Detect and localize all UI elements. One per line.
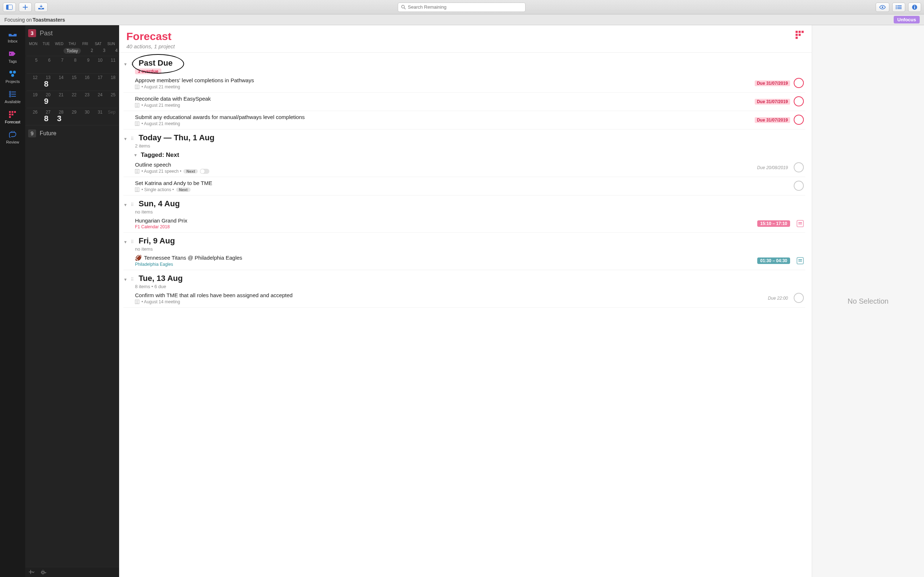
drag-handle-icon: ⠿: [131, 239, 136, 245]
svg-rect-26: [11, 111, 13, 113]
search-field[interactable]: [398, 3, 525, 12]
disclosure-icon: ▼: [123, 137, 128, 141]
calendar-day[interactable]: 5: [27, 56, 40, 73]
section-header[interactable]: ▼⠿Today — Thu, 1 Aug: [123, 131, 805, 143]
calendar-day[interactable]: 10: [92, 56, 105, 73]
calendar-day[interactable]: 17: [92, 73, 105, 90]
status-circle[interactable]: [794, 78, 804, 88]
calendar-day[interactable]: 19: [27, 90, 40, 108]
tag-pill[interactable]: Next: [183, 169, 198, 174]
calendar-day[interactable]: 22: [66, 90, 79, 108]
calendar-day[interactable]: 24: [92, 90, 105, 108]
svg-point-15: [10, 53, 11, 55]
calendar-day[interactable]: 11: [105, 56, 118, 73]
calendar-day[interactable]: 12: [27, 73, 40, 90]
drag-handle-icon: ⠿: [131, 136, 136, 141]
search-input[interactable]: [408, 4, 522, 10]
quick-entry-button[interactable]: [35, 3, 48, 12]
section-header[interactable]: ▼⠿Fri, 9 Aug: [123, 234, 805, 246]
section-header[interactable]: ▼⠿Tue, 13 Aug: [123, 272, 805, 284]
svg-rect-34: [802, 31, 804, 33]
calendar-day[interactable]: 21: [53, 90, 66, 108]
event-row[interactable]: 🏈Tennessee Titans @ Philadelphia EaglesP…: [123, 252, 805, 270]
calendar-day[interactable]: 29: [66, 108, 79, 125]
task-title: Submit any educational awards for manual…: [135, 114, 751, 120]
calendar-day[interactable]: 18: [105, 73, 118, 90]
calendar-day[interactable]: 15: [66, 73, 79, 90]
event-row[interactable]: Hungarian Grand PrixF1 Calendar 201815:1…: [123, 214, 805, 233]
section-meta: no items: [123, 246, 805, 252]
forecast-icon: [8, 110, 17, 118]
unfocus-button[interactable]: Unfocus: [894, 16, 920, 23]
sidebar-item-inbox[interactable]: Inbox: [0, 25, 25, 45]
sidebar-item-available[interactable]: Available: [0, 86, 25, 106]
status-circle[interactable]: [794, 115, 804, 125]
inspector-button[interactable]: [908, 3, 921, 12]
calendar-day[interactable]: 30: [79, 108, 92, 125]
task-row[interactable]: Set Katrina and Andy to be TME • Single …: [123, 177, 805, 195]
calendar-day[interactable]: 209: [40, 90, 53, 108]
flag-toggle[interactable]: [200, 169, 209, 174]
task-row[interactable]: Approve members' level completions in Pa…: [123, 74, 805, 93]
event-title: Hungarian Grand Prix: [135, 218, 754, 224]
calendar-icon: [796, 220, 804, 227]
past-row[interactable]: 3 Past: [25, 25, 119, 41]
status-circle[interactable]: [794, 181, 804, 191]
status-circle[interactable]: [794, 162, 804, 172]
tag-pill[interactable]: Next: [176, 187, 191, 192]
calendar-day[interactable]: 14: [53, 73, 66, 90]
task-row[interactable]: Outline speech • August 21 speech • Next…: [123, 159, 805, 177]
calendar-day[interactable]: 23: [79, 90, 92, 108]
today-pill[interactable]: Today: [63, 48, 81, 54]
settings-button[interactable]: [40, 569, 47, 575]
task-row[interactable]: Confirm with TME that all roles have bee…: [123, 289, 805, 308]
plus-icon: [23, 4, 28, 10]
calendar-day[interactable]: 16: [79, 73, 92, 90]
toggle-sidebar-button[interactable]: [3, 3, 16, 12]
calendar-day[interactable]: 9: [79, 56, 92, 73]
calendar-day[interactable]: 283: [53, 108, 66, 125]
calendar-day[interactable]: 31: [92, 108, 105, 125]
calendar-day[interactable]: 138: [40, 73, 53, 90]
sidebar-item-forecast[interactable]: Forecast: [0, 106, 25, 126]
calendar-day[interactable]: 26: [27, 108, 40, 125]
sidebar-item-label: Available: [5, 100, 21, 104]
search-icon: [401, 5, 406, 10]
list-scroll[interactable]: ▼⠿Past Due3 overdueApprove members' leve…: [119, 53, 812, 577]
section-today: ▼⠿Today — Thu, 1 Aug2 items▼Tagged: Next…: [122, 129, 809, 195]
disclosure-icon: ▼: [123, 203, 128, 207]
svg-rect-30: [9, 116, 11, 118]
calendar-day[interactable]: Sep: [105, 108, 118, 125]
section-header[interactable]: ▼⠿Past Due: [123, 56, 805, 69]
event-title: 🏈Tennessee Titans @ Philadelphia Eagles: [135, 255, 754, 261]
calendar-day[interactable]: 7: [53, 56, 66, 73]
sidebar-item-tags[interactable]: Tags: [0, 45, 25, 66]
sidebar-item-label: Inbox: [8, 39, 18, 43]
content: Forecast 40 actions, 1 project ▼⠿Past Du…: [119, 25, 924, 577]
future-row[interactable]: 9 Future: [25, 125, 119, 141]
calendar-day[interactable]: 278: [40, 108, 53, 125]
add-perspective-button[interactable]: [29, 570, 36, 575]
forecast-header-icon: [795, 30, 804, 40]
available-icon: [8, 90, 17, 98]
section-meta: 2 items: [123, 143, 805, 148]
svg-point-16: [10, 71, 12, 74]
calendar-day[interactable]: 25: [105, 90, 118, 108]
calendar-day[interactable]: 8: [66, 56, 79, 73]
sidebar-item-review[interactable]: Review: [0, 126, 25, 147]
svg-rect-33: [798, 31, 801, 33]
task-row[interactable]: Reconcile data with EasySpeak • August 2…: [123, 93, 805, 111]
sidebar-item-projects[interactable]: Projects: [0, 66, 25, 86]
list-view-button[interactable]: [892, 3, 905, 12]
view-button[interactable]: [876, 3, 889, 12]
task-row[interactable]: Submit any educational awards for manual…: [123, 111, 805, 129]
list-header: Forecast 40 actions, 1 project: [119, 25, 812, 53]
section-title: Today — Thu, 1 Aug: [139, 133, 215, 142]
calendar-day[interactable]: 6: [40, 56, 53, 73]
section-header[interactable]: ▼⠿Sun, 4 Aug: [123, 197, 805, 209]
status-circle[interactable]: [794, 96, 804, 106]
svg-rect-22: [11, 94, 16, 95]
subsection-header[interactable]: ▼Tagged: Next: [134, 152, 805, 159]
status-circle[interactable]: [794, 293, 804, 303]
new-item-button[interactable]: [19, 3, 32, 12]
